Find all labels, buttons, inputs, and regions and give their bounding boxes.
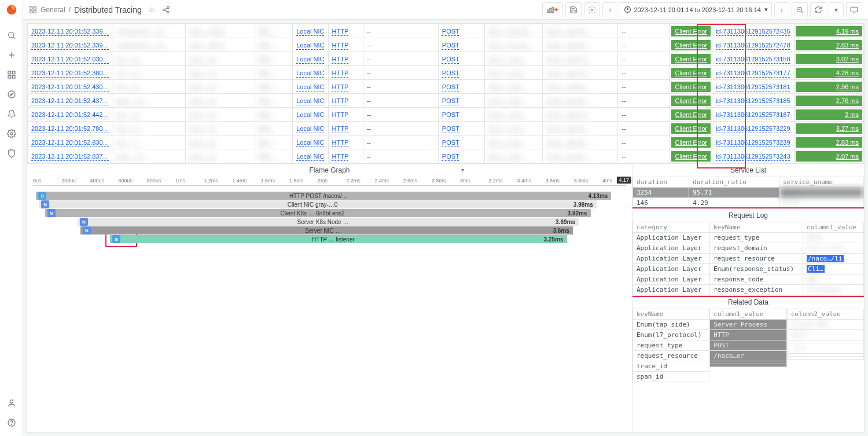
svg-rect-5: [12, 75, 15, 78]
service-list-table[interactable]: durationduration_ratioservice_uname32549…: [632, 177, 864, 208]
flame-graph-panel: Flame Graph▾ 4.17 0us200us400us600us800u…: [27, 164, 632, 432]
related-data-table[interactable]: keyNameEnum(tap_side)Enum(l7_protocol)re…: [632, 309, 864, 382]
flame-ruler: 4.17 0us200us400us600us800us1ms1.2ms1.4m…: [33, 177, 626, 186]
trace-table-panel: 2023-12-11 20:01:52.339…component-…at…na…: [27, 24, 864, 163]
svg-rect-2: [8, 71, 11, 74]
time-prev-button[interactable]: ‹: [602, 2, 617, 17]
explore-icon[interactable]: [2, 85, 21, 104]
status-badge[interactable]: Client Error: [671, 137, 711, 148]
breadcrumb-separator: /: [69, 6, 71, 14]
svg-rect-12: [34, 6, 36, 9]
add-panel-icon[interactable]: ✦: [542, 2, 563, 17]
settings-icon[interactable]: [584, 2, 600, 17]
status-badge[interactable]: Client Error: [671, 123, 711, 134]
svg-point-6: [8, 91, 15, 98]
svg-rect-13: [30, 10, 32, 13]
plus-icon[interactable]: [2, 45, 21, 65]
tv-mode-icon[interactable]: [846, 2, 862, 17]
time-range[interactable]: 2023-12-11 20:01:14 to 2023-12-11 20:16:…: [620, 2, 772, 17]
table-row[interactable]: 2023-12-11 20:01:52.780…ms-…b…naco…ss884…: [28, 122, 864, 135]
table-row[interactable]: 2023-12-11 20:01:52.030…ms-…b…naco…ss884…: [28, 52, 864, 66]
table-row[interactable]: 2023-12-11 20:01:52.339…component-…at…na…: [28, 38, 864, 52]
topbar: General / Distributed Tracing ☆ ✦ ‹ 2023…: [23, 0, 868, 20]
flame-endcap: 4.17: [617, 177, 631, 184]
page-title[interactable]: Distributed Tracing: [74, 5, 142, 14]
chevron-down-icon[interactable]: ▾: [461, 167, 464, 173]
gear-icon[interactable]: [2, 124, 21, 144]
table-row[interactable]: 2023-12-11 20:01:52.437…gray-…8…naco…ss8…: [28, 94, 864, 108]
status-badge[interactable]: Client Error: [671, 151, 711, 162]
svg-point-1: [8, 32, 13, 38]
svg-point-16: [163, 9, 165, 11]
refresh-interval-dropdown[interactable]: ▾: [829, 2, 844, 17]
status-badge[interactable]: Client Error: [671, 40, 711, 50]
table-row[interactable]: 2023-12-11 20:01:52.430…ms-…b…naco…ss884…: [28, 80, 864, 94]
status-badge[interactable]: Client Error: [671, 26, 711, 36]
table-row[interactable]: 2023-12-11 20:01:52.837…gray-…8…naco…ss8…: [28, 149, 864, 163]
svg-point-10: [11, 424, 12, 425]
nav-sidebar: [0, 0, 23, 436]
table-row[interactable]: 2023-12-11 20:01:52.830…ms-…7…naco…ss884…: [28, 135, 864, 149]
svg-rect-24: [851, 7, 858, 12]
svg-point-0: [6, 5, 16, 15]
svg-rect-19: [550, 8, 551, 12]
dashboards-icon[interactable]: [2, 65, 21, 85]
right-panels: Service List durationduration_ratioservi…: [632, 164, 864, 432]
flame-span[interactable]: NServer NIC …3.6ms: [80, 226, 573, 235]
trace-table[interactable]: 2023-12-11 20:01:52.339…component-…at…na…: [27, 24, 864, 163]
flame-span[interactable]: SHTTP POST /nacos/…4.13ms: [36, 192, 611, 200]
help-icon[interactable]: [2, 413, 21, 433]
share-icon[interactable]: [162, 6, 170, 14]
status-badge[interactable]: Client Error: [671, 96, 711, 106]
breadcrumb: General / Distributed Tracing ☆: [29, 5, 170, 14]
svg-rect-4: [8, 75, 11, 78]
svg-point-21: [591, 9, 594, 11]
grafana-logo-icon[interactable]: [5, 3, 18, 16]
status-badge[interactable]: Client Error: [671, 82, 711, 92]
flame-body[interactable]: SHTTP POST /nacos/…4.13msNClient NIC gra…: [33, 192, 626, 261]
svg-point-8: [10, 400, 13, 403]
request-log-table[interactable]: categorykeyNamecolumn1_valueApplication …: [632, 222, 864, 295]
flame-graph-title: Flame Graph: [309, 166, 350, 174]
related-data-title: Related Data: [632, 296, 864, 309]
flame-span[interactable]: SHTTP … listener3.25ms: [110, 235, 567, 243]
user-avatar-icon[interactable]: [2, 393, 21, 413]
svg-rect-14: [34, 10, 36, 13]
status-badge[interactable]: Client Error: [671, 54, 711, 64]
svg-rect-11: [30, 6, 32, 9]
svg-point-17: [167, 11, 170, 13]
flame-span[interactable]: NServer K8s Node …3.69ms: [78, 218, 579, 226]
service-list-title: Service List: [632, 164, 864, 177]
svg-point-7: [10, 133, 13, 135]
table-row[interactable]: 2023-12-11 20:01:52.442…ms-…b…naco…ss884…: [28, 108, 864, 122]
refresh-icon[interactable]: [810, 2, 826, 17]
svg-point-15: [167, 6, 170, 8]
zoom-out-icon[interactable]: [792, 2, 808, 17]
svg-rect-18: [547, 10, 549, 13]
status-badge[interactable]: Client Error: [671, 68, 711, 78]
search-icon[interactable]: [2, 25, 21, 45]
flame-span[interactable]: NClient NIC gray-…03.98ms: [39, 200, 597, 208]
time-next-button[interactable]: ›: [774, 2, 789, 17]
status-badge[interactable]: Client Error: [671, 109, 711, 120]
breadcrumb-folder[interactable]: General: [41, 6, 65, 14]
svg-rect-3: [12, 71, 15, 74]
apps-icon[interactable]: [29, 6, 37, 14]
shield-icon[interactable]: [2, 144, 21, 163]
alert-icon[interactable]: [2, 104, 21, 124]
flame-span[interactable]: NClient K8s …-6n8bt ens23.92ms: [45, 209, 591, 217]
table-row[interactable]: 2023-12-11 20:01:52.380…ms-…b…naco…ss884…: [28, 66, 864, 80]
request-log-title: Request Log: [632, 209, 864, 222]
table-row[interactable]: 2023-12-11 20:01:52.339…component-…at…na…: [28, 24, 864, 38]
save-icon[interactable]: [565, 2, 582, 17]
star-icon[interactable]: ☆: [149, 6, 155, 14]
